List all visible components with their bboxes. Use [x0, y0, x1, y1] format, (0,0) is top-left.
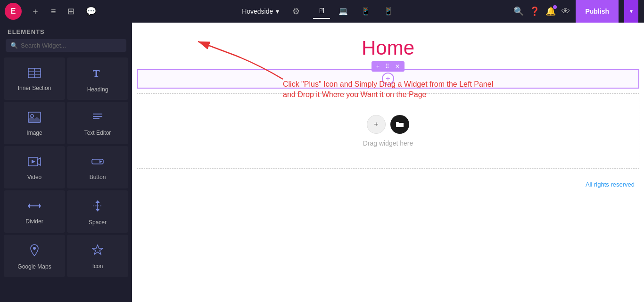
- icon-widget-icon: [91, 244, 104, 259]
- sidebar: Elements 🔍 Inner Section T Heading: [0, 23, 132, 302]
- main-layout: Elements 🔍 Inner Section T Heading: [0, 23, 644, 302]
- tablet-icon[interactable]: 📱: [356, 4, 375, 19]
- search-bar-icon: 🔍: [10, 42, 18, 49]
- section-delete-btn[interactable]: ✕: [393, 62, 402, 71]
- canvas-footer: All rights reserved: [132, 173, 644, 196]
- video-icon: [28, 156, 41, 170]
- video-label: Video: [27, 174, 41, 180]
- topbar-left: E ＋ ≡ ⊞ 💬: [0, 3, 132, 20]
- device-icons: 🖥 💻 📱 📱: [313, 4, 398, 19]
- button-label: Button: [90, 174, 106, 180]
- widget-image[interactable]: Image: [4, 102, 65, 144]
- text-editor-icon: [91, 112, 104, 126]
- canvas: Home + ⠿ ✕ +: [132, 23, 644, 302]
- search-icon[interactable]: 🔍: [513, 6, 524, 16]
- topbar-center: Hovedside ▾ ⚙ 🖥 💻 📱 📱: [132, 4, 508, 19]
- topbar-right: 🔍 ❓ 🔔 👁 Publish ▾: [508, 0, 644, 23]
- mobile-icon[interactable]: 📱: [379, 4, 398, 19]
- svg-point-24: [33, 247, 36, 250]
- widgets-grid: Inner Section T Heading Image: [0, 57, 132, 277]
- image-icon: [28, 112, 41, 126]
- desktop-icon[interactable]: 🖥: [313, 4, 330, 19]
- section-controls: + ⠿ ✕: [372, 61, 405, 72]
- spacer-icon: [91, 199, 104, 215]
- topbar: E ＋ ≡ ⊞ 💬 Hovedside ▾ ⚙ 🖥 💻 📱 📱 🔍 ❓ 🔔 👁 …: [0, 0, 644, 23]
- canvas-inner: Home + ⠿ ✕ +: [132, 23, 644, 302]
- settings-panel-icon[interactable]: ≡: [49, 5, 58, 18]
- drop-folder-button[interactable]: [390, 115, 409, 134]
- drop-zone-buttons: +: [367, 115, 409, 134]
- widget-text-editor[interactable]: Text Editor: [67, 102, 128, 144]
- section-move-btn[interactable]: ⠿: [383, 62, 391, 71]
- svg-marker-25: [92, 245, 103, 254]
- inner-section-label: Inner Section: [18, 85, 51, 91]
- drop-zone[interactable]: + Drag widget here: [137, 93, 639, 169]
- publish-button[interactable]: Publish: [576, 0, 619, 23]
- divider-icon: [28, 200, 41, 214]
- svg-marker-19: [39, 204, 41, 208]
- add-row-btn[interactable]: +: [382, 73, 394, 85]
- preview-icon[interactable]: 👁: [561, 7, 570, 16]
- page-name[interactable]: Hovedside ▾: [242, 8, 279, 15]
- laptop-icon[interactable]: 💻: [334, 4, 353, 19]
- notifications-icon[interactable]: 🔔: [545, 6, 556, 16]
- divider-label: Divider: [25, 218, 43, 225]
- widget-icon[interactable]: Icon: [67, 235, 128, 277]
- heading-icon: T: [91, 66, 104, 82]
- widget-inner-section[interactable]: Inner Section: [4, 57, 65, 100]
- widget-button[interactable]: Button: [67, 146, 128, 188]
- search-bar: 🔍: [6, 39, 126, 52]
- inner-section-icon: [28, 68, 41, 81]
- section-add-row: +: [138, 70, 638, 88]
- section-highlighted[interactable]: + ⠿ ✕ +: [137, 69, 639, 89]
- layers-icon[interactable]: ⊞: [66, 4, 76, 18]
- button-icon: [91, 156, 104, 170]
- help-icon[interactable]: ❓: [529, 6, 540, 16]
- svg-text:T: T: [93, 67, 100, 79]
- widget-divider[interactable]: Divider: [4, 190, 65, 233]
- heading-label: Heading: [87, 86, 108, 93]
- search-input[interactable]: [21, 42, 122, 49]
- publish-dropdown-button[interactable]: ▾: [624, 0, 638, 23]
- text-editor-label: Text Editor: [84, 130, 111, 136]
- comments-icon[interactable]: 💬: [84, 4, 98, 18]
- widget-spacer[interactable]: Spacer: [67, 190, 128, 233]
- spacer-label: Spacer: [89, 219, 107, 226]
- footer-text: All rights reserved: [586, 181, 635, 188]
- notification-dot: [553, 5, 557, 9]
- elementor-logo[interactable]: E: [5, 3, 22, 20]
- drop-add-button[interactable]: +: [367, 115, 386, 134]
- icon-label: Icon: [92, 263, 103, 269]
- svg-marker-14: [32, 160, 35, 163]
- page-name-chevron: ▾: [276, 8, 279, 15]
- svg-marker-21: [95, 200, 100, 203]
- svg-marker-22: [95, 209, 100, 212]
- svg-marker-18: [28, 204, 30, 208]
- image-label: Image: [26, 130, 42, 136]
- google-maps-icon: [29, 244, 40, 260]
- widget-heading[interactable]: T Heading: [67, 57, 128, 100]
- elements-header: Elements: [0, 23, 132, 39]
- section-add-btn[interactable]: +: [374, 62, 381, 71]
- widget-video[interactable]: Video: [4, 146, 65, 188]
- google-maps-label: Google Maps: [17, 263, 51, 270]
- svg-marker-16: [99, 160, 102, 163]
- add-element-button[interactable]: ＋: [29, 4, 41, 19]
- widget-google-maps[interactable]: Google Maps: [4, 235, 65, 277]
- drop-zone-text: Drag widget here: [363, 139, 413, 147]
- page-settings-icon[interactable]: ⚙: [290, 4, 302, 18]
